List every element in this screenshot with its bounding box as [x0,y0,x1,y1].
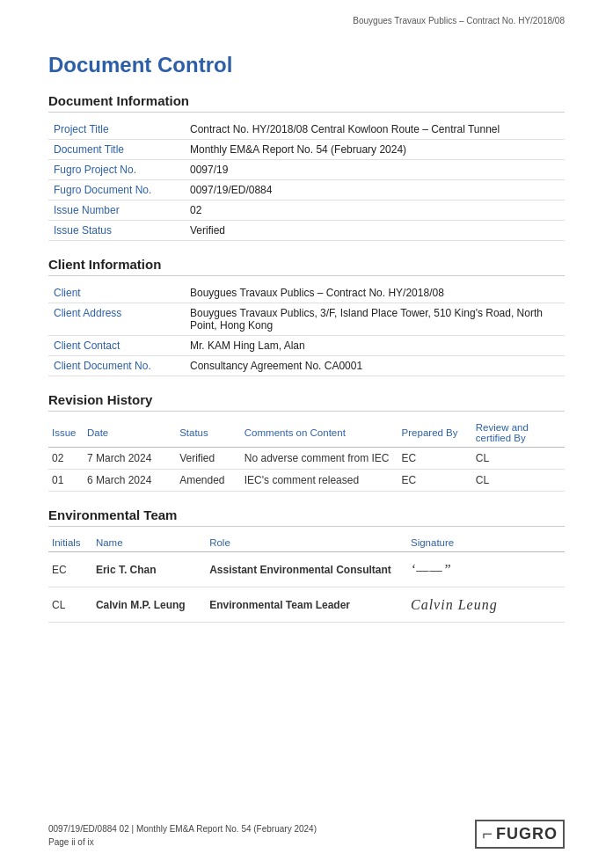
row-value: Mr. KAM Hing Lam, Alan [185,336,565,356]
footer-line2: Page ii of ix [48,835,317,849]
document-info-title: Document Information [48,93,565,113]
row-value: 0097/19/ED/0884 [185,180,565,201]
table-row: Issue StatusVerified [48,221,565,241]
role-cell: Assistant Environmental Consultant [206,552,407,587]
issue-cell: 01 [48,470,84,492]
row-value: Consultancy Agreement No. CA0001 [185,356,565,376]
revision-history-table: Issue Date Status Comments on Content Pr… [48,419,565,492]
row-value: Bouygues Travaux Publics – Contract No. … [185,283,565,303]
row-label: Fugro Project No. [48,160,185,180]
col-initials: Initials [48,534,92,552]
table-row: Client ContactMr. KAM Hing Lam, Alan [48,336,565,356]
table-row: Client Document No.Consultancy Agreement… [48,356,565,376]
revision-history-title: Revision History [48,392,565,412]
logo-box: ⌐ FUGRO [475,820,565,849]
client-info-title: Client Information [48,257,565,276]
list-item: CL Calvin M.P. Leung Environmental Team … [48,587,565,623]
date-cell: 7 March 2024 [84,448,176,470]
row-value: Contract No. HY/2018/08 Central Kowloon … [185,120,565,140]
row-label: Project Title [48,120,185,140]
env-team-table: Initials Name Role Signature EC Eric T. … [48,534,565,623]
list-item: EC Eric T. Chan Assistant Environmental … [48,552,565,587]
table-row: 01 6 March 2024 Amended IEC's comment re… [48,470,565,492]
fugro-logo: ⌐ FUGRO [475,820,565,849]
table-row: Issue Number02 [48,201,565,221]
preparedby-cell: EC [398,448,472,470]
table-row: Client AddressBouygues Travaux Publics, … [48,303,565,336]
row-value: Monthly EM&A Report No. 54 (February 202… [185,140,565,160]
signature-cl: Calvin Leung [411,597,498,612]
col-status: Status [176,419,241,448]
preparedby-cell: EC [398,470,472,492]
col-role: Role [206,534,407,552]
table-row: 02 7 March 2024 Verified No adverse comm… [48,448,565,470]
document-info-table: Project TitleContract No. HY/2018/08 Cen… [48,120,565,241]
client-info-table: ClientBouygues Travaux Publics – Contrac… [48,283,565,376]
review-cell: CL [472,470,565,492]
footer-text: 0097/19/ED/0884 02 | Monthly EM&A Report… [48,822,317,849]
row-label: Client Address [48,303,185,336]
signature-cell: ‘——” [407,552,565,587]
header-reference: Bouygues Travaux Publics – Contract No. … [353,16,565,26]
name-cell: Eric T. Chan [92,552,206,587]
row-label: Client Document No. [48,356,185,376]
col-name: Name [92,534,206,552]
table-row: ClientBouygues Travaux Publics – Contrac… [48,283,565,303]
table-row: Fugro Project No.0097/19 [48,160,565,180]
col-issue: Issue [48,419,84,448]
initials-cell: EC [48,552,92,587]
row-value: Verified [185,221,565,241]
col-review: Review and certified By [472,419,565,448]
logo-icon: ⌐ [482,824,493,844]
row-label: Client [48,283,185,303]
col-signature: Signature [407,534,565,552]
table-row: Fugro Document No.0097/19/ED/0884 [48,180,565,201]
row-label: Issue Number [48,201,185,221]
issue-cell: 02 [48,448,84,470]
comments-cell: No adverse comment from IEC [241,448,398,470]
row-value: 0097/19 [185,160,565,180]
col-comments: Comments on Content [241,419,398,448]
row-label: Client Contact [48,336,185,356]
footer-line1: 0097/19/ED/0884 02 | Monthly EM&A Report… [48,822,317,835]
page-title: Document Control [48,53,565,77]
status-cell: Verified [176,448,241,470]
review-cell: CL [472,448,565,470]
signature-cell: Calvin Leung [407,587,565,623]
row-value: Bouygues Travaux Publics, 3/F, Island Pl… [185,303,565,336]
row-label: Document Title [48,140,185,160]
table-row: Project TitleContract No. HY/2018/08 Cen… [48,120,565,140]
document-page: Bouygues Travaux Publics – Contract No. … [0,0,613,868]
initials-cell: CL [48,587,92,623]
status-cell: Amended [176,470,241,492]
col-date: Date [84,419,176,448]
page-footer: 0097/19/ED/0884 02 | Monthly EM&A Report… [48,820,565,849]
comments-cell: IEC's comment released [241,470,398,492]
date-cell: 6 March 2024 [84,470,176,492]
col-prepby: Prepared By [398,419,472,448]
row-value: 02 [185,201,565,221]
logo-text: FUGRO [496,825,558,843]
signature-ec: ‘——” [411,562,452,577]
name-cell: Calvin M.P. Leung [92,587,206,623]
row-label: Fugro Document No. [48,180,185,201]
row-label: Issue Status [48,221,185,241]
role-cell: Environmental Team Leader [206,587,407,623]
env-team-title: Environmental Team [48,507,565,527]
table-row: Document TitleMonthly EM&A Report No. 54… [48,140,565,160]
